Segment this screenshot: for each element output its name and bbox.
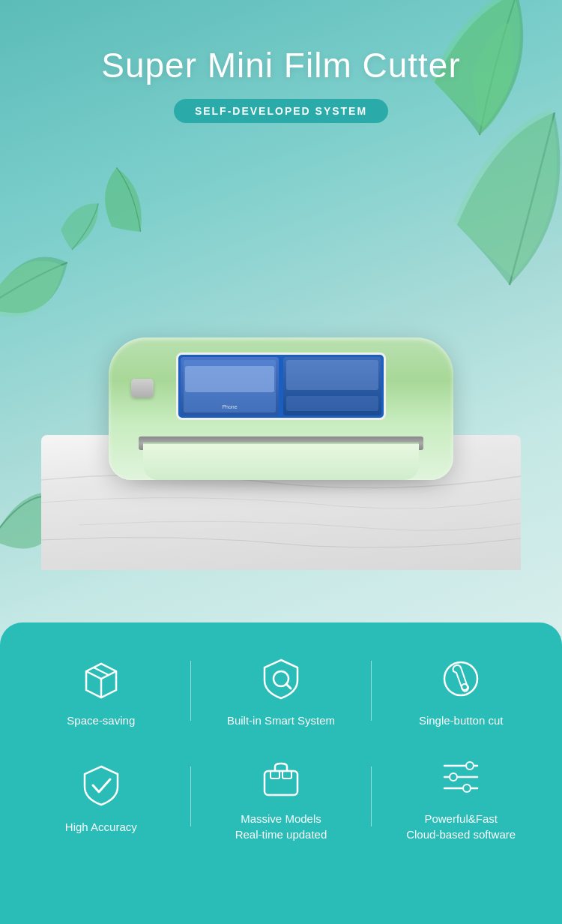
features-row-1: Space-saving Built-in Smart System [22,652,540,728]
briefcase-icon [255,751,307,803]
device-container: Phone [86,285,476,570]
hero-section: Super Mini Film Cutter SELF-DEVELOPED SY… [0,0,562,645]
leaf-mid-right [442,105,562,300]
device-power-button[interactable] [131,379,154,398]
feature-built-in-smart: Built-in Smart System [214,652,348,728]
svg-point-12 [463,784,471,792]
leaf-mid-left [0,240,75,375]
features-row-2: High Accuracy Massive Models Real-time [22,751,540,842]
powerful-fast-label: Powerful&Fast Cloud-based software [406,811,516,842]
divider-2 [371,661,372,721]
features-section: Space-saving Built-in Smart System [0,622,562,924]
page-wrapper: Super Mini Film Cutter SELF-DEVELOPED SY… [0,0,562,924]
hero-title: Super Mini Film Cutter [101,45,461,86]
divider-4 [371,766,372,826]
svg-point-6 [466,762,474,770]
high-accuracy-label: High Accuracy [65,819,137,835]
space-saving-label: Space-saving [67,712,135,728]
feature-powerful-fast: Powerful&Fast Cloud-based software [393,751,528,842]
divider-3 [190,766,191,826]
device-body: Phone [109,338,453,480]
self-developed-badge: SELF-DEVELOPED SYSTEM [174,99,388,123]
feature-high-accuracy: High Accuracy [34,759,169,835]
svg-point-9 [450,773,457,781]
massive-models-label: Massive Models Real-time updated [235,811,327,842]
box-icon [75,652,127,705]
device-screen: Phone [176,352,386,420]
divider-1 [190,661,191,721]
shield-check-icon [75,759,127,812]
svg-rect-4 [271,771,280,778]
sliders-icon [435,751,487,803]
svg-rect-5 [282,771,291,778]
device: Phone [109,330,453,480]
smart-system-icon [255,652,307,705]
wrench-icon [435,652,487,705]
svg-rect-3 [265,771,297,795]
svg-point-2 [462,684,468,690]
single-button-label: Single-button cut [419,712,504,728]
feature-massive-models: Massive Models Real-time updated [214,751,348,842]
feature-space-saving: Space-saving [34,652,169,728]
feature-single-button: Single-button cut [393,652,528,728]
built-in-smart-label: Built-in Smart System [227,712,335,728]
